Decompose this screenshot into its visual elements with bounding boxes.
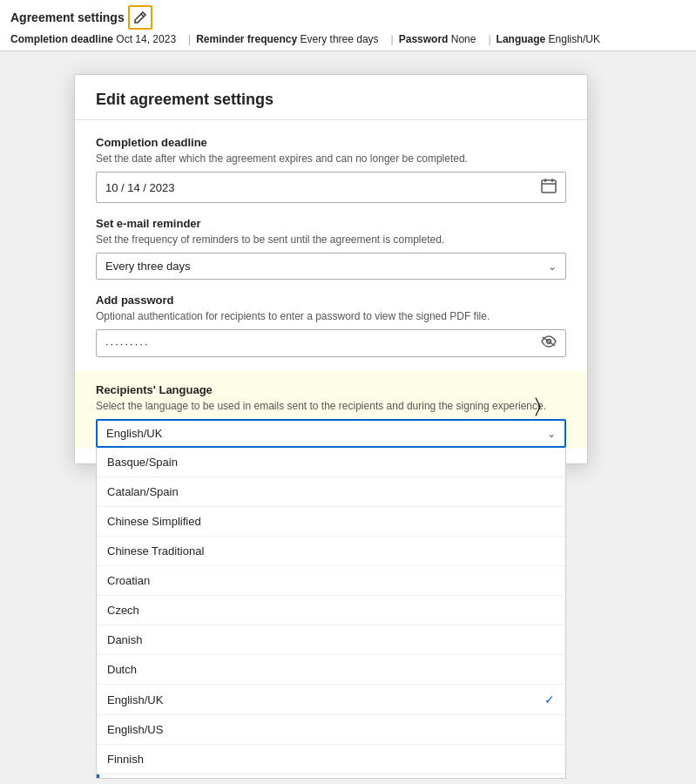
language-item-chinese-traditional[interactable]: Chinese Traditional [97,537,565,566]
language-item-english-uk-label: English/UK [107,693,163,706]
language-item-chinese-traditional-label: Chinese Traditional [107,544,204,558]
modal-header: Edit agreement settings [75,75,587,120]
email-reminder-dropdown[interactable]: Every three days ⌄ [96,253,566,280]
language-item-chinese-simplified-label: Chinese Simplified [107,515,201,528]
date-input-value: 10 / 14 / 2023 [105,181,541,194]
language-item-english-us[interactable]: English/US [97,715,565,745]
header-bar: Agreement settings Completion deadline O… [0,0,696,51]
reminder-freq-value: Every three days [297,33,378,45]
header-top-row: Agreement settings [10,5,159,30]
sep-1: | [188,33,191,45]
password-label: Password [399,33,449,45]
calendar-icon[interactable] [541,178,557,197]
checkmark-icon: ✓ [544,693,555,706]
language-dropdown-list[interactable]: Basque/Spain Catalan/Spain Chinese Simpl… [96,448,566,779]
language-item-basque[interactable]: Basque/Spain [97,448,565,477]
eye-icon[interactable] [541,335,557,351]
language-selected-text: English/UK [106,427,547,440]
email-reminder-section-label: Set e-mail reminder [96,217,566,230]
language-label: Language [497,33,546,45]
edit-icon-button[interactable] [128,5,152,30]
language-item-dutch-label: Dutch [107,663,137,676]
completion-deadline-value: Oct 14, 2023 [113,33,176,45]
language-item-english-us-label: English/US [107,723,163,736]
edit-icon [133,10,147,24]
dropdown-chevron-icon: ⌄ [548,260,557,273]
language-item-finnish[interactable]: Finnish [97,745,565,774]
language-item-croatian-label: Croatian [107,574,150,587]
language-item-croatian[interactable]: Croatian [97,566,565,596]
language-item-danish[interactable]: Danish [97,625,565,655]
reminder-freq-label: Reminder frequency [196,33,297,45]
modal-title: Edit agreement settings [96,91,566,109]
completion-deadline-section-label: Completion deadline [96,136,566,149]
add-password-section-desc: Optional authentication for recipients t… [96,310,566,322]
language-section: Recipients' Language Select the language… [75,371,587,448]
language-item-catalan[interactable]: Catalan/Spain [97,477,565,507]
modal-body: Completion deadline Set the date after w… [75,120,587,463]
sep-2: | [391,33,394,45]
header-meta: Completion deadline Oct 14, 2023 | Remin… [10,33,686,45]
language-section-label: Recipients' Language [96,383,566,396]
date-input[interactable]: 10 / 14 / 2023 [96,172,566,203]
language-item-czech[interactable]: Czech [97,596,565,625]
email-reminder-value: Every three days [105,260,548,273]
language-item-basque-label: Basque/Spain [107,456,178,469]
language-item-catalan-label: Catalan/Spain [107,485,179,498]
email-reminder-section-desc: Set the frequency of reminders to be sen… [96,233,566,246]
language-chevron-icon: ⌄ [547,428,556,440]
sep-3: | [488,33,490,45]
add-password-section-label: Add password [96,294,566,307]
language-item-czech-label: Czech [107,604,139,617]
language-item-english-uk[interactable]: English/UK ✓ [97,685,565,715]
language-select-wrapper: English/UK ⌄ Basque/Spain Catalan/Spain … [96,419,566,448]
language-value: English/UK [545,33,600,45]
language-section-desc: Select the language to be used in emails… [96,400,566,412]
language-selected-box[interactable]: English/UK ⌄ [96,419,566,448]
completion-deadline-section-desc: Set the date after which the agreement e… [96,152,566,165]
password-dots: ········· [105,337,541,350]
language-item-dutch[interactable]: Dutch [97,655,565,685]
svg-rect-0 [542,180,556,193]
language-item-danish-label: Danish [107,633,142,646]
edit-agreement-modal: Edit agreement settings Completion deadl… [74,74,588,464]
password-input[interactable]: ········· [96,329,566,357]
completion-deadline-label: Completion deadline [10,33,113,45]
language-item-finnish-label: Finnish [107,753,144,766]
language-item-french[interactable]: French [97,774,565,779]
language-item-chinese-simplified[interactable]: Chinese Simplified [97,507,565,537]
agreement-settings-title: Agreement settings [10,10,125,24]
password-value: None [448,33,476,45]
